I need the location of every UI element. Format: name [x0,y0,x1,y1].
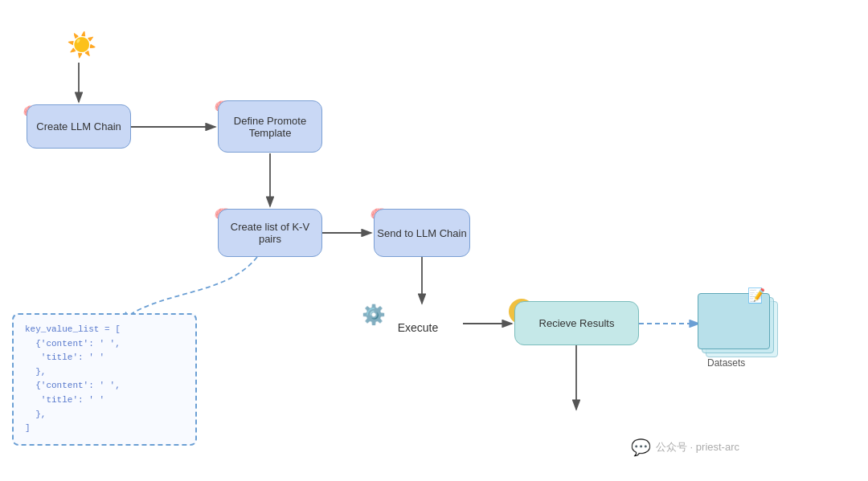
code-line-5: {'content': ' ', [25,379,184,393]
execute-node[interactable]: Execute [374,305,462,349]
code-line-3: 'title': ' ' [25,351,184,365]
canvas: ☀️ 🧠 Create LLM Chain 🧠 Define Promote T… [0,0,868,481]
datasets-label: Datasets [707,357,745,369]
watermark: 💬 公众号 · priest-arc [631,438,739,457]
code-line-8: ] [25,422,184,436]
code-line-1: key_value_list = [ [25,323,184,337]
watermark-text: 公众号 · priest-arc [656,440,739,455]
sun-icon: ☀️ [67,31,96,59]
wechat-icon: 💬 [631,438,651,457]
code-box: key_value_list = [ {'content': ' ', 'tit… [12,313,197,446]
code-line-6: 'title': ' ' [25,393,184,408]
code-line-4: }, [25,365,184,380]
note-icon: 📝 [747,287,765,304]
recieve-results-node[interactable]: Recieve Results [514,301,639,345]
create-kv-pairs-node[interactable]: Create list of K-V pairs [218,209,322,257]
create-llm-chain-node[interactable]: Create LLM Chain [27,104,131,149]
define-promote-template-node[interactable]: Define Promote Template [218,100,322,153]
code-line-7: }, [25,408,184,422]
code-line-2: {'content': ' ', [25,337,184,352]
send-to-llm-chain-node[interactable]: Send to LLM Chain [374,209,470,257]
